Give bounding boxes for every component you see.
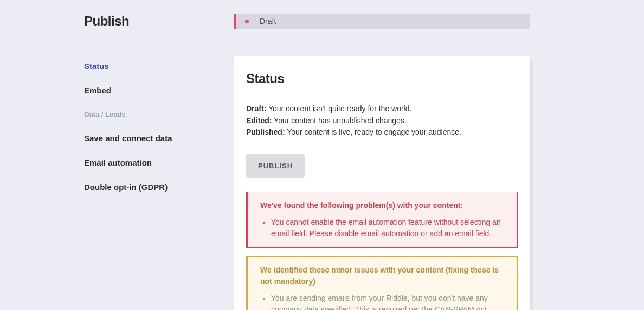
alert-error-list: You cannot enable the email automation f… (260, 217, 507, 239)
sidebar-group-label: Data / Leads (84, 110, 228, 118)
alert-error-item: You cannot enable the email automation f… (271, 217, 507, 239)
status-dot-icon (245, 20, 249, 23)
status-text-published: Your content is live, ready to engage yo… (287, 128, 461, 136)
sidebar-item-save-data[interactable]: Save and connect data (84, 134, 228, 143)
status-line-published: Published: Your content is live, ready t… (246, 127, 518, 138)
status-label-published: Published: (246, 128, 285, 136)
sidebar-item-double-optin[interactable]: Double opt-in (GDPR) (84, 182, 228, 192)
status-banner-label: Draft (260, 17, 276, 26)
publish-button[interactable]: PUBLISH (246, 154, 305, 178)
sidebar-item-embed[interactable]: Embed (84, 86, 228, 95)
alert-warning-title: We identified these minor issues with yo… (260, 264, 507, 287)
status-text-edited: Your content has unpublished changes. (274, 116, 407, 125)
alert-warning-text: You are sending emails from your Riddle,… (271, 294, 489, 310)
card-heading: Status (246, 71, 518, 86)
status-label-draft: Draft: (246, 104, 266, 113)
alert-warning: We identified these minor issues with yo… (246, 256, 518, 310)
status-line-draft: Draft: Your content isn't quite ready fo… (246, 104, 518, 115)
alert-warning-item: You are sending emails from your Riddle,… (271, 293, 507, 310)
sidebar: Publish Status Embed Data / Leads Save a… (84, 14, 228, 310)
alert-warning-list: You are sending emails from your Riddle,… (260, 293, 507, 310)
sidebar-item-status[interactable]: Status (84, 61, 228, 71)
status-line-edited: Edited: Your content has unpublished cha… (246, 116, 518, 126)
status-banner: Draft (234, 14, 530, 29)
status-card: Status Draft: Your content isn't quite r… (234, 56, 530, 310)
alert-error-title: We've found the following problem(s) wit… (260, 200, 507, 211)
status-text-draft: Your content isn't quite ready for the w… (268, 104, 411, 113)
alert-error: We've found the following problem(s) wit… (246, 192, 518, 248)
sidebar-item-email-automation[interactable]: Email automation (84, 158, 228, 167)
main-content: Draft Status Draft: Your content isn't q… (234, 14, 530, 310)
status-label-edited: Edited: (246, 116, 272, 125)
page-title: Publish (84, 14, 228, 29)
